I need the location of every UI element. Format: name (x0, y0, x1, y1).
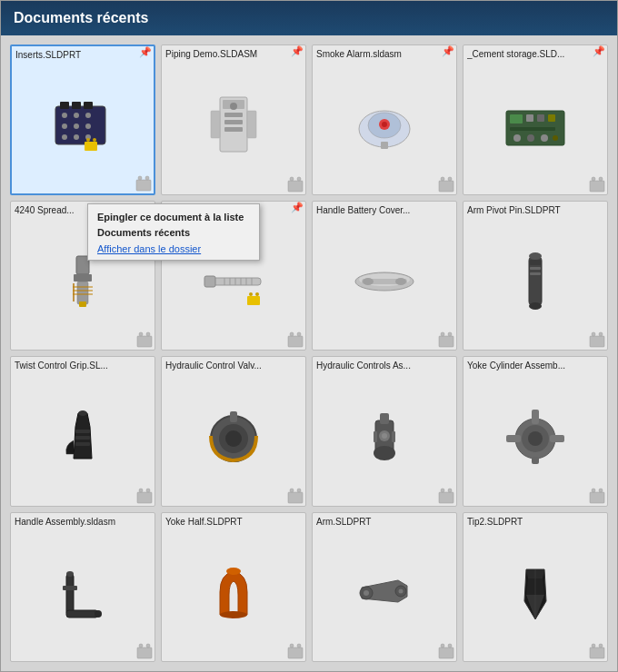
doc-card-15[interactable]: Tip2.SLDPRT (463, 512, 608, 663)
doc-title-6: Handle Battery Cover... (316, 205, 453, 215)
pin-icon-2[interactable]: 📌 (442, 45, 454, 57)
svg-rect-27 (288, 181, 303, 192)
doc-card-3[interactable]: _Cement storage.SLD... 📌 (463, 44, 608, 195)
doc-image-12 (15, 529, 151, 658)
svg-rect-41 (537, 114, 544, 122)
lego-icon-0 (135, 175, 152, 192)
doc-image-2 (316, 61, 453, 191)
doc-title-8: Twist Control Grip.SL... (15, 361, 151, 371)
svg-rect-137 (288, 647, 303, 658)
svg-point-134 (146, 644, 150, 647)
svg-point-139 (297, 644, 301, 647)
svg-rect-3 (84, 102, 93, 109)
svg-point-125 (592, 489, 595, 492)
svg-rect-124 (590, 492, 604, 503)
svg-point-47 (553, 135, 558, 141)
svg-rect-52 (74, 274, 92, 282)
svg-point-109 (374, 446, 395, 460)
svg-point-82 (441, 332, 444, 336)
svg-point-138 (290, 644, 294, 647)
svg-point-36 (441, 177, 444, 181)
doc-card-9[interactable]: Hydraulic Control Valv... (161, 356, 306, 507)
pin-icon-0[interactable]: 📌 (139, 46, 152, 58)
lego-icon-6 (438, 331, 454, 348)
svg-rect-90 (590, 336, 604, 347)
svg-point-74 (290, 332, 294, 336)
svg-point-33 (382, 122, 387, 127)
svg-point-79 (363, 278, 374, 285)
svg-rect-148 (590, 647, 604, 658)
documents-grid: Inserts.SLDPRT 📌 (1, 35, 617, 671)
lego-icon-2 (438, 176, 454, 193)
doc-card-10[interactable]: Hydraulic Controls As... (312, 356, 457, 507)
doc-card-7[interactable]: Arm Pivot Pin.SLDPRT (463, 201, 608, 351)
svg-point-133 (139, 644, 143, 647)
doc-card-12[interactable]: Handle Assembly.sldasm (10, 512, 155, 663)
svg-rect-42 (548, 114, 555, 122)
svg-point-106 (297, 489, 301, 492)
doc-image-6 (316, 217, 453, 347)
doc-card-0[interactable]: Inserts.SLDPRT 📌 (10, 44, 155, 195)
svg-rect-54 (79, 301, 86, 307)
svg-point-136 (226, 568, 241, 575)
part-svg-connector (46, 93, 119, 158)
svg-point-105 (290, 489, 294, 492)
svg-point-5 (74, 113, 79, 118)
doc-title-9: Hydraulic Control Valv... (165, 361, 302, 371)
doc-card-1[interactable]: Piping Demo.SLDASM 📌 (161, 44, 306, 195)
svg-point-98 (139, 489, 143, 492)
svg-point-17 (138, 176, 142, 180)
svg-point-10 (62, 134, 67, 140)
part-svg-controls (348, 404, 421, 469)
doc-title-3: _Cement storage.SLD... (467, 49, 603, 59)
pin-icon-3[interactable]: 📌 (593, 45, 605, 57)
svg-point-113 (382, 433, 387, 439)
pin-icon-5[interactable]: 📌 (291, 202, 304, 213)
svg-rect-59 (137, 336, 152, 347)
svg-point-72 (255, 292, 259, 296)
doc-card-8[interactable]: Twist Control Grip.SL... (10, 356, 155, 507)
svg-point-150 (599, 644, 603, 647)
svg-rect-94 (75, 430, 90, 433)
doc-card-11[interactable]: Yoke Cylinder Assemb... (463, 356, 608, 507)
lego-icon-13 (287, 643, 304, 659)
svg-point-61 (146, 332, 150, 336)
doc-card-2[interactable]: Smoke Alarm.sldasm 📌 (312, 44, 457, 195)
doc-title-14: Arm.SLDPRT (316, 517, 453, 527)
pin-icon-1[interactable]: 📌 (291, 45, 304, 57)
doc-image-9 (165, 372, 302, 502)
doc-card-6[interactable]: Handle Battery Cover... (312, 201, 457, 351)
part-svg-valve (197, 404, 270, 469)
svg-point-102 (225, 430, 242, 447)
svg-rect-97 (137, 492, 152, 503)
svg-point-50 (599, 177, 603, 181)
svg-rect-16 (136, 180, 151, 191)
lego-icon-3 (589, 176, 605, 193)
svg-rect-103 (230, 411, 237, 422)
lego-icon-10 (438, 488, 454, 504)
tooltip-link[interactable]: Afficher dans le dossier (97, 243, 250, 254)
svg-point-60 (139, 332, 143, 336)
lego-icon-5 (287, 331, 304, 348)
svg-point-135 (220, 611, 247, 618)
doc-image-0 (15, 62, 150, 190)
svg-rect-53 (77, 282, 88, 304)
svg-rect-88 (530, 267, 541, 270)
svg-rect-24 (211, 111, 220, 138)
svg-rect-48 (590, 181, 604, 192)
svg-rect-144 (439, 647, 454, 658)
doc-image-7 (467, 217, 603, 347)
svg-point-18 (145, 176, 149, 180)
svg-rect-128 (66, 610, 98, 618)
svg-point-146 (448, 644, 452, 647)
svg-rect-131 (63, 586, 77, 590)
doc-card-14[interactable]: Arm.SLDPRT (312, 512, 457, 663)
doc-image-14 (316, 529, 453, 658)
doc-title-0: Inserts.SLDPRT (15, 50, 150, 60)
svg-rect-43 (510, 127, 555, 131)
doc-card-13[interactable]: Yoke Half.SLDPRT (161, 512, 306, 663)
svg-rect-127 (66, 574, 74, 615)
svg-point-141 (364, 590, 369, 596)
doc-image-3 (467, 61, 603, 191)
lego-icon-8 (136, 488, 153, 504)
